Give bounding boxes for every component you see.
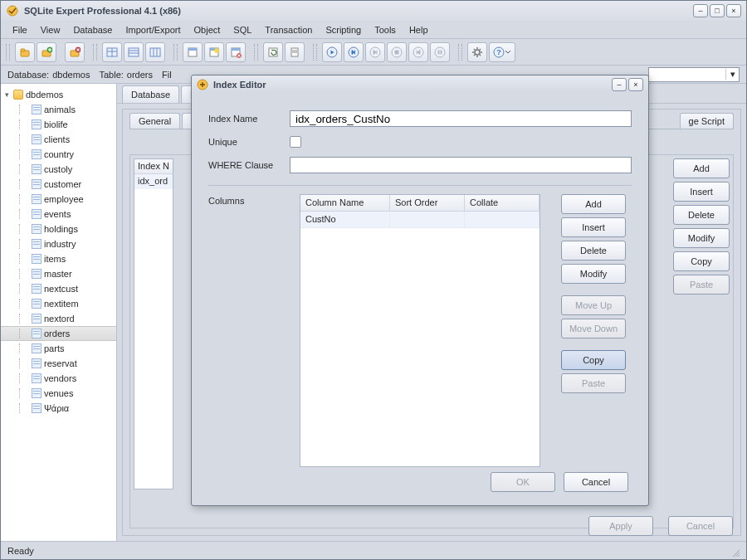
- grid-cell-sort[interactable]: [390, 212, 465, 228]
- menu-import-export[interactable]: Import/Export: [119, 22, 187, 37]
- tb-open-db-icon[interactable]: [15, 42, 35, 62]
- svg-point-33: [435, 47, 445, 57]
- app-icon: [6, 4, 19, 17]
- tb-stop-icon[interactable]: [387, 42, 407, 62]
- tree-item-events[interactable]: events: [1, 207, 116, 222]
- tree-item-custoly[interactable]: custoly: [1, 162, 116, 177]
- encoding-combo[interactable]: ▾: [648, 67, 740, 82]
- tb-script-icon[interactable]: [285, 42, 305, 62]
- modify-button[interactable]: Modify: [673, 228, 730, 248]
- close-button[interactable]: ×: [726, 4, 741, 17]
- insert-button[interactable]: Insert: [673, 182, 730, 202]
- index-list-row[interactable]: idx_ord: [134, 174, 173, 189]
- col-copy-button[interactable]: Copy: [561, 350, 626, 370]
- col-add-button[interactable]: Add: [561, 194, 626, 214]
- tree-item-items[interactable]: items: [1, 251, 116, 266]
- tree-item-holdings[interactable]: holdings: [1, 222, 116, 236]
- tb-close-db-icon[interactable]: [65, 42, 85, 62]
- tree-item-employee[interactable]: employee: [1, 192, 116, 207]
- tb-next-icon[interactable]: [365, 42, 385, 62]
- tree-collapse-icon[interactable]: ▾: [2, 90, 11, 99]
- tb-settings-icon[interactable]: [467, 42, 487, 62]
- tree-item-label: nextord: [44, 314, 75, 324]
- toolbar-grip-6[interactable]: [458, 44, 462, 61]
- index-name-input[interactable]: [290, 110, 632, 127]
- toolbar-grip[interactable]: [6, 44, 10, 61]
- file-label-cut: Fil: [162, 70, 172, 80]
- grid-cell-name[interactable]: CustNo: [300, 212, 390, 228]
- toolbar-grip-2[interactable]: [93, 44, 97, 61]
- db-label: Database:: [7, 70, 49, 80]
- tree-item-industry[interactable]: industry: [1, 236, 116, 251]
- tb-refresh-icon[interactable]: [263, 42, 283, 62]
- tb-new-db-icon[interactable]: [37, 42, 56, 62]
- grid-header-collate[interactable]: Collate: [465, 195, 540, 212]
- tree-item-customer[interactable]: customer: [1, 177, 116, 192]
- inner-tab-general[interactable]: General: [129, 113, 180, 129]
- dialog-cancel-button[interactable]: Cancel: [564, 472, 628, 492]
- dialog-close-button[interactable]: ×: [628, 78, 643, 91]
- tree-item-reservat[interactable]: reservat: [1, 356, 116, 371]
- tree-item-orders[interactable]: orders: [1, 326, 116, 341]
- col-modify-button[interactable]: Modify: [561, 264, 626, 284]
- grid-header-name[interactable]: Column Name: [300, 195, 390, 212]
- tb-play-icon[interactable]: [322, 42, 342, 62]
- columns-grid[interactable]: Column Name Sort Order Collate CustNo: [300, 194, 540, 467]
- maximize-button[interactable]: □: [710, 4, 725, 17]
- toolbar-grip-3[interactable]: [173, 44, 178, 61]
- minimize-button[interactable]: –: [693, 4, 708, 17]
- tree-item-clients[interactable]: clients: [1, 132, 116, 147]
- add-button[interactable]: Add: [673, 158, 730, 178]
- menu-view[interactable]: View: [34, 22, 67, 37]
- toolbar-grip-5[interactable]: [313, 44, 317, 61]
- tb-pause-icon[interactable]: [430, 42, 450, 62]
- menu-database[interactable]: Database: [66, 22, 119, 37]
- resize-grip[interactable]: [728, 545, 740, 557]
- menu-object[interactable]: Object: [188, 22, 227, 37]
- tree-item-parts[interactable]: parts: [1, 341, 116, 356]
- menu-tools[interactable]: Tools: [368, 22, 403, 37]
- inner-tab-script-cut[interactable]: ge Script: [680, 113, 734, 129]
- delete-button[interactable]: Delete: [673, 205, 730, 225]
- menu-help[interactable]: Help: [403, 22, 435, 37]
- tb-table-icon-2[interactable]: [124, 42, 144, 62]
- unique-checkbox[interactable]: [290, 136, 301, 148]
- tree-item-country[interactable]: country: [1, 147, 116, 162]
- database-tree[interactable]: ▾ dbdemos animalsbiolifeclientscountrycu…: [1, 84, 117, 541]
- tree-root-label: dbdemos: [26, 90, 63, 100]
- grid-header-sort[interactable]: Sort Order: [390, 195, 465, 212]
- where-input[interactable]: [290, 157, 632, 173]
- tree-item-nextcust[interactable]: nextcust: [1, 281, 116, 296]
- tree-item-master[interactable]: master: [1, 266, 116, 281]
- menu-sql[interactable]: SQL: [227, 22, 258, 37]
- index-list-header[interactable]: Index N: [134, 159, 173, 174]
- col-insert-button[interactable]: Insert: [561, 217, 626, 237]
- tb-play-alt-icon[interactable]: [344, 42, 364, 62]
- menu-file[interactable]: File: [6, 22, 34, 37]
- tree-item-biolife[interactable]: biolife: [1, 117, 116, 132]
- tree-item-Ψάρια[interactable]: Ψάρια: [1, 401, 116, 416]
- tb-cal-del-icon[interactable]: [226, 42, 246, 62]
- index-list[interactable]: Index N idx_ord: [134, 158, 173, 489]
- tree-item-nextord[interactable]: nextord: [1, 311, 116, 326]
- tb-help-icon[interactable]: ?: [489, 42, 515, 62]
- menu-transaction[interactable]: Transaction: [258, 22, 319, 37]
- tb-cal-new-icon[interactable]: [204, 42, 224, 62]
- tree-item-vendors[interactable]: vendors: [1, 371, 116, 386]
- tree-item-venues[interactable]: venues: [1, 386, 116, 401]
- tab-database[interactable]: Database: [122, 85, 179, 103]
- tb-table-icon-3[interactable]: [145, 42, 165, 62]
- tb-table-icon-1[interactable]: [102, 42, 122, 62]
- tb-cal-icon[interactable]: [183, 42, 203, 62]
- col-delete-button[interactable]: Delete: [561, 241, 626, 261]
- dialog-minimize-button[interactable]: –: [612, 78, 627, 91]
- tb-prev-icon[interactable]: [408, 42, 428, 62]
- tree-item-animals[interactable]: animals: [1, 102, 116, 117]
- copy-button[interactable]: Copy: [673, 251, 730, 271]
- grid-row[interactable]: CustNo: [300, 212, 540, 228]
- grid-cell-collate[interactable]: [465, 212, 540, 228]
- menu-scripting[interactable]: Scripting: [319, 22, 368, 37]
- toolbar-grip-4[interactable]: [254, 44, 258, 61]
- tree-item-nextitem[interactable]: nextitem: [1, 296, 116, 311]
- tree-root[interactable]: ▾ dbdemos: [1, 87, 116, 102]
